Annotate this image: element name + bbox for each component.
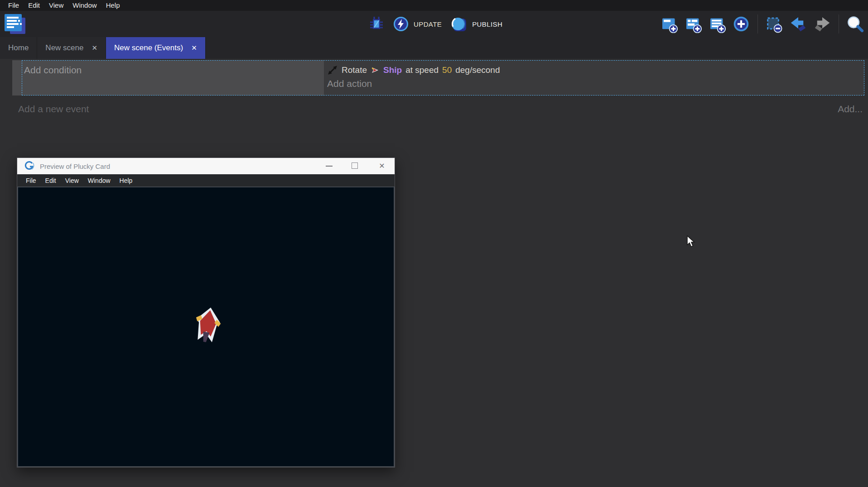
publish-button[interactable]: PUBLISH bbox=[449, 15, 502, 33]
close-icon[interactable]: ✕ bbox=[377, 162, 386, 171]
debug-icon[interactable] bbox=[368, 15, 385, 33]
preview-menu-view[interactable]: View bbox=[61, 177, 83, 184]
action-value[interactable]: 50 bbox=[442, 65, 452, 75]
menu-item-file[interactable]: File bbox=[4, 0, 24, 11]
tab-new-scene[interactable]: New scene ✕ bbox=[37, 37, 106, 59]
gdevelop-logo-icon[interactable] bbox=[5, 14, 25, 34]
menu-item-edit[interactable]: Edit bbox=[24, 0, 44, 11]
add-event-button[interactable] bbox=[660, 15, 678, 33]
ship-thumbnail-icon bbox=[371, 66, 380, 75]
update-label: UPDATE bbox=[414, 20, 442, 28]
toolbar-separator bbox=[757, 14, 758, 33]
add-condition-placeholder[interactable]: Add condition bbox=[24, 65, 82, 75]
toolbar-separator bbox=[839, 14, 839, 33]
rotate-action[interactable]: Rotate Ship at speed 50 deg/second bbox=[327, 62, 864, 78]
publish-label: PUBLISH bbox=[472, 20, 502, 28]
lightning-icon bbox=[392, 15, 410, 33]
tab-new-scene-events[interactable]: New scene (Events) ✕ bbox=[106, 37, 206, 59]
search-button[interactable] bbox=[846, 15, 864, 33]
add-comment-button[interactable] bbox=[708, 15, 726, 33]
preview-window: Preview of Plucky Card ✕ File Edit View … bbox=[17, 158, 395, 468]
preview-menu-file[interactable]: File bbox=[21, 177, 41, 184]
close-icon[interactable]: ✕ bbox=[191, 44, 197, 52]
preview-titlebar[interactable]: Preview of Plucky Card ✕ bbox=[17, 158, 395, 174]
maximize-icon[interactable] bbox=[352, 162, 358, 169]
add-more-events-button[interactable] bbox=[732, 15, 750, 33]
app-menubar: File Edit View Window Help bbox=[0, 0, 868, 11]
tab-label: New scene (Events) bbox=[114, 43, 183, 53]
planet-icon bbox=[449, 15, 468, 33]
preview-window-title: Preview of Plucky Card bbox=[40, 162, 110, 170]
gdevelop-app: File Edit View Window Help bbox=[0, 0, 868, 487]
close-icon[interactable]: ✕ bbox=[92, 44, 97, 52]
minimize-icon[interactable] bbox=[326, 166, 333, 167]
action-verb: Rotate bbox=[342, 65, 367, 75]
rotate-icon bbox=[327, 65, 338, 76]
tab-label: Home bbox=[8, 43, 29, 53]
add-new-event-placeholder[interactable]: Add a new event bbox=[18, 104, 89, 115]
tab-label: New scene bbox=[45, 43, 83, 53]
tab-home[interactable]: Home bbox=[0, 37, 37, 59]
redo-button[interactable] bbox=[813, 15, 831, 33]
game-viewport[interactable] bbox=[17, 186, 395, 467]
menu-item-help[interactable]: Help bbox=[101, 0, 125, 11]
gdevelop-g-icon bbox=[24, 161, 34, 171]
undo-button[interactable] bbox=[789, 15, 807, 33]
update-button[interactable]: UPDATE bbox=[392, 15, 442, 33]
add-action-placeholder[interactable]: Add action bbox=[327, 78, 864, 89]
delete-selection-button[interactable] bbox=[765, 15, 783, 33]
menu-item-window[interactable]: Window bbox=[68, 0, 101, 11]
mouse-cursor bbox=[686, 235, 696, 248]
add-event-row: Add a new event Add... bbox=[18, 104, 863, 115]
preview-menubar: File Edit View Window Help bbox=[17, 174, 395, 186]
preview-menu-window[interactable]: Window bbox=[83, 177, 115, 184]
menu-item-view[interactable]: View bbox=[44, 0, 68, 11]
action-unit: deg/second bbox=[455, 65, 500, 75]
add-subevent-button[interactable] bbox=[684, 15, 702, 33]
add-button[interactable]: Add... bbox=[838, 104, 863, 115]
actions-cell[interactable]: Rotate Ship at speed 50 deg/second Add a… bbox=[324, 60, 864, 95]
preview-menu-help[interactable]: Help bbox=[115, 177, 137, 184]
app-toolbar: UPDATE PUBLISH bbox=[0, 11, 868, 37]
action-text: at speed bbox=[405, 65, 439, 75]
editor-tabbar: Home New scene ✕ New scene (Events) ✕ bbox=[0, 37, 868, 59]
conditions-cell[interactable]: Add condition bbox=[12, 60, 324, 95]
event-row[interactable]: Add condition Rotate Ship at speed 50 de… bbox=[12, 60, 864, 95]
ship-sprite bbox=[188, 304, 227, 348]
action-object-name[interactable]: Ship bbox=[383, 65, 402, 75]
preview-menu-edit[interactable]: Edit bbox=[41, 177, 61, 184]
